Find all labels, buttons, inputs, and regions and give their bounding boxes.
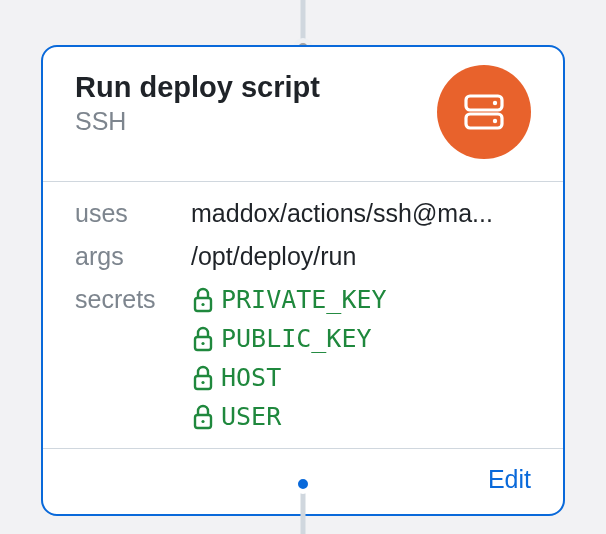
lock-icon [191,287,215,313]
secret-name: USER [221,399,281,434]
action-card-header: Run deploy script SSH [43,47,563,181]
lock-icon [191,326,215,352]
secrets-row: secrets PRIVATE_KEY PUBLIC_KEY [75,282,531,434]
lock-icon [191,365,215,391]
action-title: Run deploy script [75,69,421,105]
args-value: /opt/deploy/run [191,239,531,274]
secret-name: PUBLIC_KEY [221,321,372,356]
svg-point-9 [201,380,204,383]
args-row: args /opt/deploy/run [75,239,531,274]
secret-item: PUBLIC_KEY [191,321,531,356]
lock-icon [191,404,215,430]
edit-button[interactable]: Edit [488,465,531,494]
secret-item: USER [191,399,531,434]
action-card: Run deploy script SSH uses maddox/action… [41,45,565,516]
uses-row: uses maddox/actions/ssh@ma... [75,196,531,231]
svg-point-5 [201,302,204,305]
secrets-label: secrets [75,282,175,317]
secret-item: HOST [191,360,531,395]
secret-name: PRIVATE_KEY [221,282,387,317]
svg-point-11 [201,419,204,422]
uses-value: maddox/actions/ssh@ma... [191,196,531,231]
args-label: args [75,239,175,274]
server-icon [437,65,531,159]
action-header-text: Run deploy script SSH [75,69,421,136]
svg-point-3 [493,119,497,123]
svg-point-2 [493,101,497,105]
workflow-node-output[interactable] [293,474,313,494]
svg-point-7 [201,341,204,344]
action-subtitle: SSH [75,107,421,136]
uses-label: uses [75,196,175,231]
secret-name: HOST [221,360,281,395]
secrets-list: PRIVATE_KEY PUBLIC_KEY HOST [191,282,531,434]
action-card-body: uses maddox/actions/ssh@ma... args /opt/… [43,181,563,448]
secret-item: PRIVATE_KEY [191,282,531,317]
